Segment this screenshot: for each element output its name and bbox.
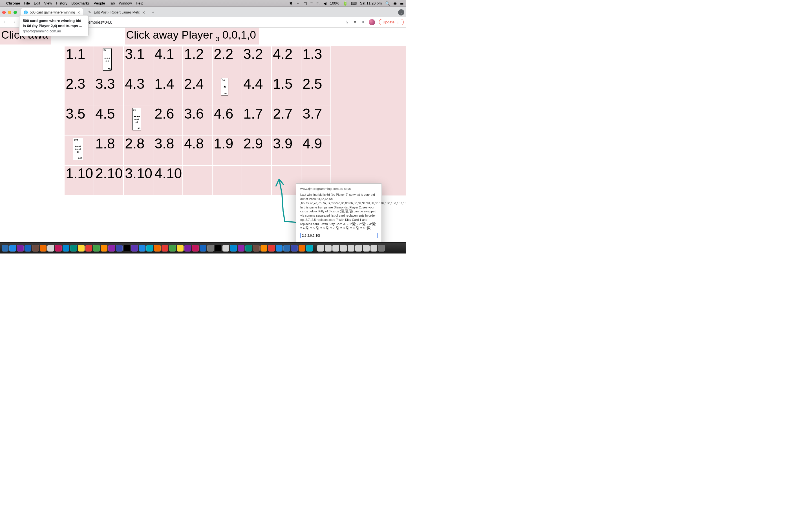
dock-app-icon[interactable] (154, 245, 161, 251)
dock-app-icon[interactable] (268, 245, 275, 251)
dock-app-icon[interactable] (9, 245, 16, 251)
grid-cell[interactable]: 5♠♠ ♠ ♠ ♠ ♠5♠ (94, 46, 123, 76)
tab-overflow-button[interactable]: ⌄ (398, 9, 404, 15)
siri-icon[interactable]: ◉ (393, 1, 397, 6)
dock-app-icon[interactable] (47, 245, 54, 251)
grid-cell[interactable]: 1.2 (183, 46, 212, 76)
dock-app-icon[interactable] (40, 245, 47, 251)
grid-cell[interactable]: 10♠♠♠ ♠♠ ♠♠ ♠♠ ♠♠10♠ (64, 136, 94, 166)
dock-app-icon[interactable] (200, 245, 206, 251)
grid-cell[interactable]: 2.9 (242, 136, 271, 166)
dock-app-icon[interactable] (63, 245, 69, 251)
grid-cell[interactable] (212, 166, 242, 195)
dock-app-icon[interactable] (108, 245, 115, 251)
dock-app-icon[interactable] (192, 245, 199, 251)
grid-cell[interactable]: 4.2 (271, 46, 301, 76)
grid-cell[interactable]: 4.3 (123, 76, 153, 106)
grid-cell[interactable]: 1.4 (153, 76, 183, 106)
grid-cell[interactable]: 2.10 (94, 166, 123, 195)
dock-app-icon[interactable] (169, 245, 176, 251)
grid-cell[interactable]: 3.9 (271, 136, 301, 166)
dock-app-icon[interactable] (355, 245, 362, 251)
dock-app-icon[interactable] (276, 245, 283, 251)
dock-app-icon[interactable] (131, 245, 138, 251)
dock-app-icon[interactable] (215, 245, 221, 251)
dock-app-icon[interactable] (78, 245, 85, 251)
tab-close-icon[interactable]: ✕ (77, 10, 80, 15)
grid-cell[interactable]: 4.6 (212, 106, 242, 136)
status-icon-2[interactable]: 〰 (296, 1, 300, 6)
forward-button[interactable]: → (11, 19, 16, 25)
extensions-icon[interactable]: ✦ (361, 19, 365, 25)
menu-file[interactable]: File (24, 1, 30, 5)
dock-app-icon[interactable] (306, 245, 313, 251)
menu-people[interactable]: People (94, 1, 105, 5)
grid-cell[interactable] (183, 166, 212, 195)
grid-cell[interactable]: 2.4 (183, 76, 212, 106)
playing-card[interactable]: 9♠♠♠ ♠♠ ♠ ♠♠ ♠♠9♠ (132, 108, 141, 130)
new-tab-button[interactable]: + (150, 9, 156, 16)
grid-cell[interactable]: 2.5 (301, 76, 331, 106)
dock-app-icon[interactable] (17, 245, 24, 251)
grid-cell[interactable]: 4.1 (153, 46, 183, 76)
dock-app-icon[interactable] (317, 245, 324, 251)
grid-cell[interactable] (242, 166, 271, 195)
dock-app-icon[interactable] (70, 245, 77, 251)
menu-bookmarks[interactable]: Bookmarks (71, 1, 90, 5)
grid-cell[interactable]: 2.6 (153, 106, 183, 136)
grid-cell[interactable]: 3.2 (242, 46, 271, 76)
keyboard-icon[interactable]: ⌨ (351, 1, 357, 6)
profile-avatar[interactable] (369, 19, 375, 25)
dock-app-icon[interactable] (207, 245, 214, 251)
dock-app-icon[interactable] (86, 245, 92, 251)
grid-cell[interactable]: 2.8 (123, 136, 153, 166)
grid-cell[interactable]: 3.3 (94, 76, 123, 106)
tab-close-icon[interactable]: ✕ (142, 10, 145, 15)
grid-cell[interactable]: 1.9 (212, 136, 242, 166)
menu-window[interactable]: Window (119, 1, 132, 5)
dock-app-icon[interactable] (230, 245, 237, 251)
dock-app-icon[interactable] (55, 245, 62, 251)
playing-card[interactable]: 10♠♠♠ ♠♠ ♠♠ ♠♠ ♠♠10♠ (73, 138, 83, 160)
extension-v-icon[interactable]: ▼ (353, 20, 357, 25)
dock-app-icon[interactable] (283, 245, 290, 251)
dock-app-icon[interactable] (222, 245, 229, 251)
wifi-icon[interactable]: ᯾ (316, 1, 320, 6)
dock-app-icon[interactable] (32, 245, 39, 251)
dock-app-icon[interactable] (185, 245, 191, 251)
playing-card[interactable]: A♠♠A♠ (221, 78, 229, 96)
dock-app-icon[interactable] (291, 245, 298, 251)
grid-cell[interactable]: 2.7 (271, 106, 301, 136)
menu-edit[interactable]: Edit (34, 1, 40, 5)
spotlight-icon[interactable]: 🔍 (385, 1, 390, 6)
menubar-app[interactable]: Chrome (6, 1, 20, 5)
grid-cell[interactable]: 2.3 (64, 76, 94, 106)
dock-app-icon[interactable] (101, 245, 107, 251)
dock-app-icon[interactable] (177, 245, 184, 251)
dock-app-icon[interactable] (260, 245, 267, 251)
zoom-window-button[interactable] (13, 11, 17, 14)
dock-app-icon[interactable] (2, 245, 8, 251)
dock-app-icon[interactable] (123, 245, 130, 251)
clock[interactable]: Sat 11:20 pm (360, 1, 382, 5)
dock-app-icon[interactable] (93, 245, 100, 251)
dock-app-icon[interactable] (363, 245, 370, 251)
grid-cell[interactable]: 3.6 (183, 106, 212, 136)
playing-card[interactable]: 5♠♠ ♠ ♠ ♠ ♠5♠ (103, 48, 112, 71)
menu-history[interactable]: History (56, 1, 67, 5)
volume-icon[interactable]: ◀ (323, 1, 326, 6)
dock-app-icon[interactable] (238, 245, 245, 251)
grid-cell[interactable]: 4.8 (183, 136, 212, 166)
dock-app-icon[interactable] (370, 245, 377, 251)
grid-cell[interactable]: 3.8 (153, 136, 183, 166)
dock-app-icon[interactable] (333, 245, 339, 251)
airplay-icon[interactable]: ▢ (303, 1, 307, 6)
grid-cell[interactable]: 3.1 (123, 46, 153, 76)
grid-cell[interactable]: 1.7 (242, 106, 271, 136)
grid-cell[interactable]: 3.10 (123, 166, 153, 195)
back-button[interactable]: ← (2, 19, 8, 25)
grid-cell[interactable]: 1.8 (94, 136, 123, 166)
dock-app-icon[interactable] (253, 245, 260, 251)
grid-cell[interactable]: 4.10 (153, 166, 183, 195)
dock-app-icon[interactable] (340, 245, 347, 251)
